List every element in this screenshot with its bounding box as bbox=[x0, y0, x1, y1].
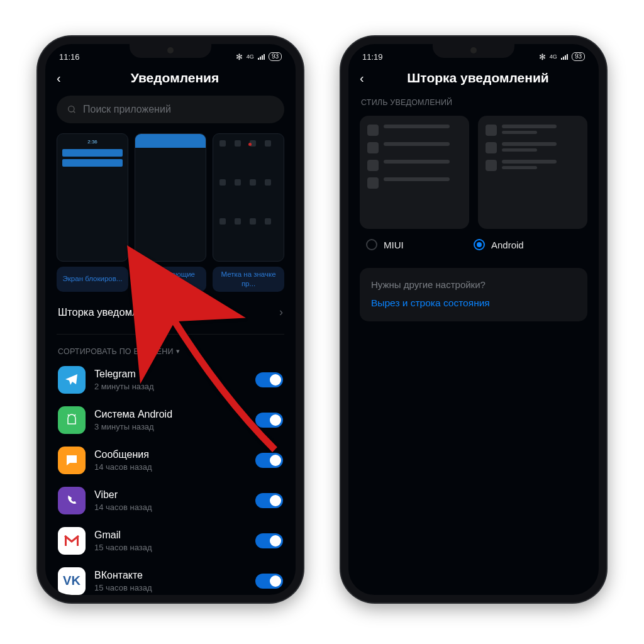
preview-lockscreen-icon: 2:36 bbox=[57, 133, 128, 262]
radio-icon bbox=[474, 239, 485, 250]
battery-indicator: 93 bbox=[269, 52, 282, 61]
phone-shade-style: 11:19 ✻ 4G 93 ‹ Шторка уведомлений СТИЛЬ… bbox=[341, 36, 606, 602]
preview-badge-icon bbox=[213, 133, 284, 262]
bluetooth-icon: ✻ bbox=[236, 52, 243, 62]
radio-android[interactable]: Android bbox=[474, 239, 581, 250]
status-time: 11:16 bbox=[59, 52, 80, 62]
app-sub: 3 минуты назад bbox=[94, 422, 247, 431]
toggle-switch[interactable] bbox=[255, 574, 283, 589]
style-card-miui[interactable] bbox=[360, 116, 469, 229]
tile-lockscreen[interactable]: 2:36 Экран блокиров... bbox=[57, 133, 128, 292]
radio-miui[interactable]: MIUI bbox=[366, 239, 474, 250]
status-time: 11:19 bbox=[362, 52, 383, 62]
style-section-label: СТИЛЬ УВЕДОМЛЕНИЙ bbox=[360, 96, 587, 111]
toggle-switch[interactable] bbox=[255, 533, 283, 548]
signal-icon bbox=[561, 53, 568, 60]
app-name: Viber bbox=[94, 489, 247, 501]
list-item[interactable]: Сообщения14 часов назад bbox=[57, 440, 284, 480]
display-notch bbox=[130, 43, 211, 58]
bluetooth-icon: ✻ bbox=[539, 52, 546, 62]
card-question: Нужны другие настройки? bbox=[371, 279, 576, 290]
gmail-icon bbox=[58, 527, 86, 555]
display-notch bbox=[433, 43, 514, 58]
battery-indicator: 93 bbox=[572, 52, 585, 61]
list-item[interactable]: Система Android3 минуты назад bbox=[57, 400, 284, 440]
sort-dropdown[interactable]: СОРТИРОВАТЬ ПО ВРЕМЕНИ ▾ bbox=[57, 340, 284, 360]
chevron-right-icon: › bbox=[279, 306, 283, 319]
app-sub: 14 часов назад bbox=[94, 502, 247, 512]
style-card-android[interactable] bbox=[478, 116, 587, 229]
row-label: Шторка уведомлений bbox=[58, 306, 161, 318]
vk-icon: VK bbox=[58, 567, 86, 595]
list-item[interactable]: Viber14 часов назад bbox=[57, 480, 284, 521]
app-name: ВКонтакте bbox=[94, 569, 247, 581]
tile-label: Метка на значке пр... bbox=[213, 267, 284, 292]
app-sub: 14 часов назад bbox=[94, 462, 247, 472]
radio-label: Android bbox=[491, 240, 524, 250]
list-item[interactable]: VK ВКонтакте15 часов назад bbox=[57, 561, 284, 601]
card-link[interactable]: Вырез и строка состояния bbox=[371, 297, 576, 309]
signal-icon bbox=[258, 53, 265, 60]
search-icon bbox=[67, 104, 77, 114]
app-name: Gmail bbox=[94, 529, 247, 541]
radio-icon bbox=[366, 239, 377, 250]
network-4g: 4G bbox=[247, 53, 254, 60]
phone-notifications: 11:16 ✻ 4G 93 ‹ Уведомления Поиск прилож… bbox=[38, 36, 303, 602]
preview-floating-icon bbox=[135, 133, 206, 262]
app-sub: 2 минуты назад bbox=[94, 382, 247, 391]
tile-label: Всплывающие увед... bbox=[135, 267, 206, 292]
telegram-icon bbox=[58, 366, 86, 394]
toggle-switch[interactable] bbox=[255, 493, 283, 508]
sort-label: СОРТИРОВАТЬ ПО ВРЕМЕНИ bbox=[58, 347, 174, 356]
messages-icon bbox=[58, 447, 86, 474]
app-name: Сообщения bbox=[94, 448, 247, 460]
toggle-switch[interactable] bbox=[255, 413, 283, 428]
search-input[interactable]: Поиск приложений bbox=[57, 96, 284, 123]
chevron-down-icon: ▾ bbox=[176, 347, 180, 355]
toggle-switch[interactable] bbox=[255, 453, 283, 468]
list-item[interactable]: Telegram2 минуты назад bbox=[57, 360, 284, 400]
row-notification-shade[interactable]: Шторка уведомлений › bbox=[57, 292, 284, 333]
viber-icon bbox=[58, 487, 86, 514]
more-settings-card: Нужны другие настройки? Вырез и строка с… bbox=[360, 268, 587, 321]
tile-badge[interactable]: Метка на значке пр... bbox=[213, 133, 284, 292]
svg-point-2 bbox=[69, 416, 70, 418]
app-name: Система Android bbox=[94, 408, 247, 420]
android-icon bbox=[58, 406, 86, 434]
search-placeholder: Поиск приложений bbox=[83, 104, 171, 115]
tile-label: Экран блокиров... bbox=[57, 267, 128, 292]
app-name: Telegram bbox=[94, 368, 247, 380]
app-sub: 15 часов назад bbox=[94, 583, 247, 592]
network-4g: 4G bbox=[550, 53, 557, 60]
app-sub: 15 часов назад bbox=[94, 543, 247, 552]
page-title: Уведомления bbox=[65, 70, 284, 86]
page-title: Шторка уведомлений bbox=[369, 70, 587, 86]
svg-point-3 bbox=[73, 416, 74, 418]
svg-point-0 bbox=[69, 106, 74, 112]
toggle-switch[interactable] bbox=[255, 372, 283, 387]
divider bbox=[57, 334, 284, 335]
list-item[interactable]: Gmail15 часов назад bbox=[57, 521, 284, 561]
radio-label: MIUI bbox=[384, 240, 404, 250]
tile-floating[interactable]: Всплывающие увед... bbox=[135, 133, 206, 292]
